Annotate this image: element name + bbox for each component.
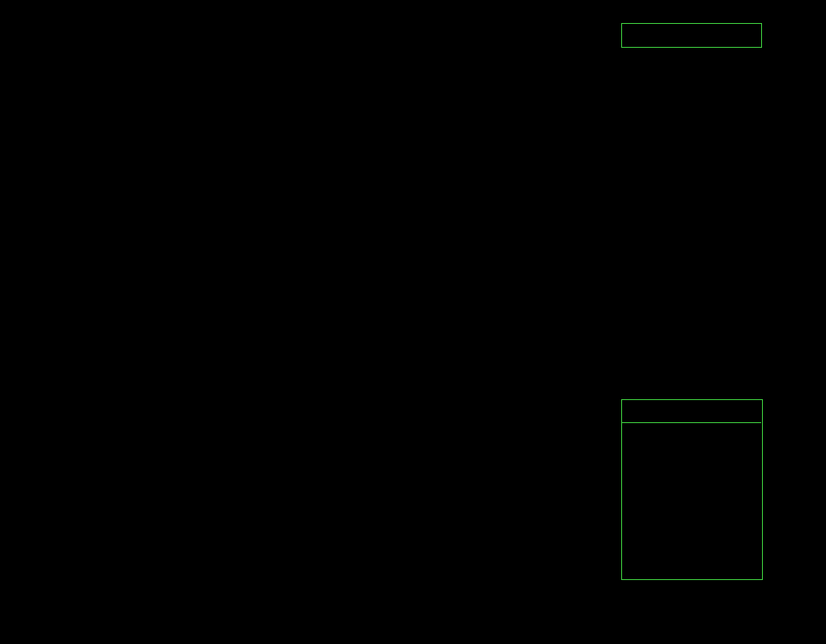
- thumbnail-original-ionogram: [31, 280, 247, 365]
- autoscala-table-title: [622, 24, 761, 47]
- bottom-ionogram-plot: [0, 391, 826, 644]
- aip-output-table: [621, 399, 761, 426]
- autoscala-output-table: [621, 23, 762, 48]
- aip-table-title: [621, 399, 761, 423]
- thumbnail-eliminate-reflections: [288, 280, 503, 365]
- thumbnail-evidence-f2-trace: [546, 280, 762, 365]
- top-ionogram-plot: [0, 17, 826, 273]
- autoscala-window: [0, 0, 826, 644]
